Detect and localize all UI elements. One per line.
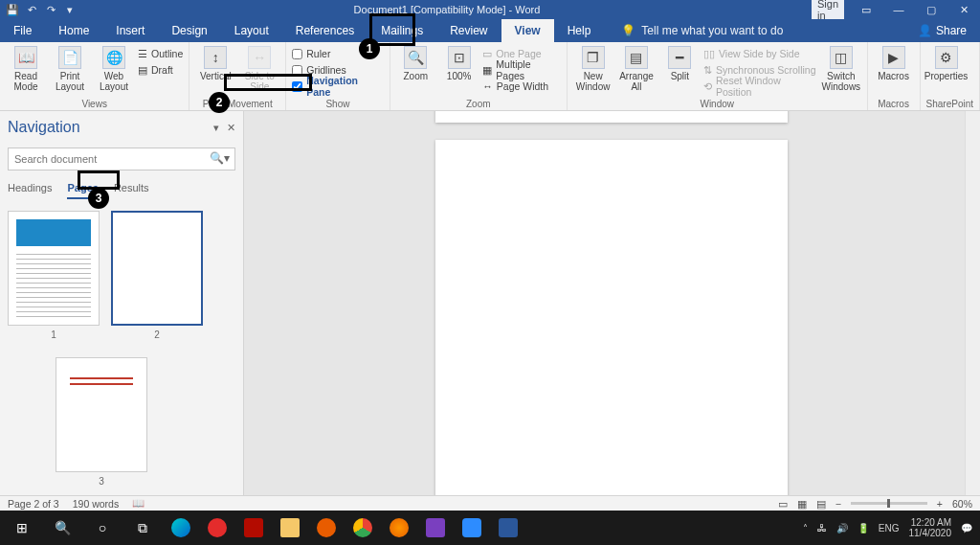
nav-tab-pages[interactable]: Pages	[67, 182, 98, 199]
view-print-layout-icon[interactable]: ▦	[797, 498, 807, 510]
tab-review[interactable]: Review	[436, 19, 501, 42]
page-current[interactable]	[435, 140, 788, 530]
split-button[interactable]: ━Split	[660, 44, 700, 81]
taskbar-app-word[interactable]	[490, 511, 526, 545]
switch-windows-button[interactable]: ◫Switch Windows	[821, 44, 860, 92]
zoom-level[interactable]: 60%	[952, 498, 972, 510]
tell-me[interactable]: 💡 Tell me what you want to do	[621, 24, 783, 37]
properties-button[interactable]: ⚙Properties	[926, 44, 967, 81]
tray-battery-icon[interactable]: 🔋	[858, 523, 869, 534]
cortana-button[interactable]: ○	[82, 511, 122, 545]
zoom-icon: 🔍	[404, 46, 427, 69]
tab-mailings[interactable]: Mailings	[368, 19, 436, 42]
arrange-all-label: Arrange All	[616, 71, 656, 92]
group-macros: ▶Macros Macros	[868, 42, 921, 110]
status-spelling-icon[interactable]: 📖	[132, 497, 145, 510]
search-icon[interactable]: 🔍▾	[210, 151, 230, 165]
nav-options-icon[interactable]: ▾	[213, 122, 219, 134]
web-layout-button[interactable]: 🌐Web Layout	[94, 44, 134, 92]
print-layout-button[interactable]: 📄Print Layout	[50, 44, 90, 92]
tell-me-label: Tell me what you want to do	[641, 24, 783, 37]
page-thumbnail-1[interactable]: 1	[8, 211, 100, 340]
vertical-scrollbar[interactable]	[965, 111, 980, 530]
outline-button[interactable]: ☰Outline	[138, 46, 183, 61]
print-layout-label: Print Layout	[50, 71, 90, 92]
vertical-button[interactable]: ↕Vertical	[195, 44, 235, 81]
new-window-icon: ❐	[582, 46, 605, 69]
group-macros-label: Macros	[874, 99, 914, 110]
search-input[interactable]	[8, 148, 235, 170]
tray-language-icon[interactable]: ENG	[879, 523, 900, 534]
tray-show-hidden-icon[interactable]: ˄	[803, 523, 808, 534]
ruler-checkbox[interactable]: Ruler	[292, 46, 383, 61]
tab-insert[interactable]: Insert	[102, 19, 158, 42]
page-thumbnail-3[interactable]: 3	[56, 357, 147, 487]
document-area[interactable]: Activate Windows Go to Settings to activ…	[244, 111, 980, 530]
tray-volume-icon[interactable]: 🔊	[836, 523, 848, 534]
task-view-button[interactable]: ⧉	[122, 511, 163, 545]
tab-design[interactable]: Design	[158, 19, 220, 42]
taskbar-app-firefox[interactable]	[381, 511, 417, 545]
undo-icon[interactable]: ↶	[25, 3, 38, 16]
close-icon[interactable]: ✕	[947, 0, 980, 19]
new-window-button[interactable]: ❐New Window	[573, 44, 612, 92]
tray-notifications-icon[interactable]: 💬	[961, 523, 972, 534]
view-read-mode-icon[interactable]: ▭	[778, 498, 788, 510]
nav-tab-headings[interactable]: Headings	[8, 182, 52, 199]
page-width-icon: ↔	[482, 80, 493, 92]
tab-help[interactable]: Help	[554, 19, 605, 42]
properties-label: Properties	[924, 71, 969, 81]
tray-clock[interactable]: 12:20 AM 11/4/2020	[909, 517, 952, 538]
tab-layout[interactable]: Layout	[221, 19, 282, 42]
page-width-button[interactable]: ↔Page Width	[482, 79, 561, 94]
side-to-side-icon: ↔	[248, 46, 271, 69]
taskbar-app-vlc[interactable]	[308, 511, 345, 545]
taskbar-app-snip[interactable]	[417, 511, 454, 545]
save-icon[interactable]: 💾	[6, 3, 19, 16]
taskbar-app-edge[interactable]	[163, 511, 199, 545]
zoom-label: Zoom	[403, 71, 428, 81]
tray-network-icon[interactable]: 🖧	[817, 523, 827, 534]
taskbar-app-adobe[interactable]	[235, 511, 272, 545]
taskbar-app-explorer[interactable]	[272, 511, 308, 545]
nav-close-icon[interactable]: ✕	[227, 122, 235, 134]
tray-time: 12:20 AM	[909, 517, 952, 528]
status-page[interactable]: Page 2 of 3	[8, 498, 59, 510]
taskbar-app-opera[interactable]	[199, 511, 235, 545]
tab-home[interactable]: Home	[45, 19, 102, 42]
minimize-icon[interactable]: —	[882, 0, 915, 19]
redo-icon[interactable]: ↷	[44, 3, 57, 16]
tab-view[interactable]: View	[501, 19, 554, 42]
ribbon-options-icon[interactable]: ▭	[850, 0, 882, 19]
navigation-pane-checkbox[interactable]: Navigation Pane	[292, 79, 383, 94]
view-web-layout-icon[interactable]: ▤	[816, 498, 826, 510]
tab-file[interactable]: File	[0, 19, 45, 42]
arrange-all-button[interactable]: ▤Arrange All	[616, 44, 656, 92]
page-thumbnail-2[interactable]: 2	[111, 211, 203, 340]
multiple-pages-button[interactable]: ▦Multiple Pages	[482, 62, 561, 78]
draft-button[interactable]: ▤Draft	[138, 62, 183, 78]
taskbar-app-chrome[interactable]	[345, 511, 381, 545]
zoom-in-icon[interactable]: +	[937, 498, 943, 510]
status-bar: Page 2 of 3 190 words 📖 ▭ ▦ ▤ − + 60%	[0, 495, 980, 511]
taskbar-app-zoom[interactable]	[454, 511, 490, 545]
draft-label: Draft	[151, 64, 173, 76]
tab-references[interactable]: References	[282, 19, 368, 42]
maximize-icon[interactable]: ▢	[915, 0, 947, 19]
qat-more-icon[interactable]: ▾	[63, 3, 77, 16]
status-words[interactable]: 190 words	[73, 498, 119, 510]
search-button[interactable]: 🔍	[42, 511, 82, 545]
read-mode-button[interactable]: 📖Read Mode	[6, 44, 46, 92]
sign-in-button[interactable]: Sign in	[812, 0, 844, 19]
nav-tab-results[interactable]: Results	[114, 182, 149, 199]
content-area: Navigation ▾ ✕ 🔍▾ Headings Pages Results…	[0, 111, 980, 530]
zoom-out-icon[interactable]: −	[835, 498, 841, 510]
zoom-button[interactable]: 🔍Zoom	[396, 44, 435, 81]
zoom-slider[interactable]	[851, 502, 927, 505]
share-button[interactable]: 👤 Share	[904, 24, 980, 37]
side-to-side-label: Side to Side	[239, 71, 279, 92]
macros-button[interactable]: ▶Macros	[874, 44, 914, 81]
zoom-100-button[interactable]: ⊡100%	[439, 44, 479, 81]
start-button[interactable]: ⊞	[2, 511, 42, 545]
vertical-icon: ↕	[204, 46, 227, 69]
